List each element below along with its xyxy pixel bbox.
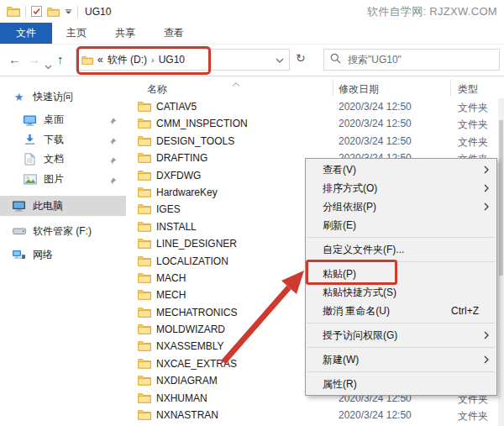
scrollbar-thumb[interactable] xyxy=(499,120,503,276)
file-name: NXHUMAN xyxy=(156,392,207,404)
file-type: 文件夹 xyxy=(458,118,488,132)
qat-new-folder-icon[interactable] xyxy=(47,7,60,17)
qat-properties-check-icon[interactable] xyxy=(31,6,42,17)
file-name: LINE_DESIGNER xyxy=(156,238,237,250)
menu-item[interactable]: 分组依据(P) xyxy=(306,197,496,216)
sidebar-item[interactable]: 桌面 xyxy=(0,110,126,130)
navigation-bar: ← → ↑ « 软件 (D:) › UG10 ↻ xyxy=(0,45,504,76)
menu-item[interactable]: 新建(W) xyxy=(306,350,496,369)
folder-icon xyxy=(138,289,151,302)
file-name: MOLDWIZARD xyxy=(156,323,225,335)
qat-customize-chevron-icon[interactable] xyxy=(65,9,72,14)
sidebar-item[interactable]: ★快速访问 xyxy=(0,87,126,107)
file-name: CATIAV5 xyxy=(156,101,197,113)
table-row[interactable]: DESIGN_TOOLS2020/3/24 12:50文件夹 xyxy=(126,133,504,150)
address-bar[interactable]: « 软件 (D:) › UG10 xyxy=(76,49,290,71)
column-header-name[interactable]: 名称 xyxy=(147,82,167,97)
file-date: 2020/3/24 12:50 xyxy=(339,135,412,147)
sidebar-item-label: 图片 xyxy=(44,172,64,187)
menu-item[interactable]: 排序方式(O) xyxy=(306,179,496,197)
sidebar-item-label: 文档 xyxy=(44,152,64,166)
sidebar-item[interactable]: 软件管家 (F:) xyxy=(0,221,126,241)
refresh-button[interactable]: ↻ xyxy=(296,51,306,65)
menu-item-paste[interactable]: 粘贴(P) xyxy=(306,265,496,283)
menu-item[interactable]: 查看(V) xyxy=(306,160,496,179)
file-name: INSTALL xyxy=(156,221,197,233)
tab-file[interactable]: 文件 xyxy=(0,23,52,44)
pictures-icon xyxy=(23,174,37,185)
tab-home[interactable]: 主页 xyxy=(52,23,101,44)
menu-item-label: 属性(R) xyxy=(323,377,357,392)
file-date: 2020/3/24 12:50 xyxy=(339,118,412,129)
folder-icon xyxy=(138,340,151,354)
folder-icon xyxy=(138,221,151,234)
file-name: CMM_INSPECTION xyxy=(156,118,248,129)
search-box[interactable] xyxy=(323,49,500,71)
menu-item-label: 粘贴快捷方式(S) xyxy=(323,286,396,300)
downloads-icon xyxy=(23,134,37,146)
column-header-type[interactable]: 类型 xyxy=(458,82,478,97)
file-type: 文件夹 xyxy=(458,101,488,115)
file-name: MECH xyxy=(156,289,186,301)
column-divider[interactable] xyxy=(333,80,333,96)
tab-view[interactable]: 查看 xyxy=(150,23,198,44)
submenu-arrow-icon xyxy=(484,202,489,211)
folder-icon xyxy=(138,392,151,406)
file-name: MACH xyxy=(156,272,186,284)
table-row[interactable]: NXNASTRAN2020/3/24 12:50文件夹 xyxy=(126,407,504,423)
back-button[interactable]: ← xyxy=(8,51,21,68)
sidebar-item[interactable]: 网络 xyxy=(0,245,126,265)
tab-share[interactable]: 共享 xyxy=(101,23,150,44)
ribbon-tabs: 文件 主页共享查看 xyxy=(0,23,504,45)
up-button[interactable]: ↑ xyxy=(57,51,64,68)
breadcrumb-folder[interactable]: UG10 xyxy=(159,54,185,66)
breadcrumb-drive[interactable]: 软件 (D:) xyxy=(108,53,147,67)
sidebar-item[interactable]: 图片 xyxy=(0,170,126,190)
menu-item[interactable]: 粘贴快捷方式(S) xyxy=(306,283,496,302)
address-dropdown-icon[interactable] xyxy=(276,54,284,66)
column-header-date[interactable]: 修改日期 xyxy=(339,82,379,97)
menu-item[interactable]: 授予访问权限(G) xyxy=(306,326,496,344)
folder-icon xyxy=(138,203,151,217)
file-name: LOCALIZATION xyxy=(156,255,228,267)
sidebar-item-label: 桌面 xyxy=(44,113,64,127)
menu-item[interactable]: 撤消 重命名(U)Ctrl+Z xyxy=(306,302,496,320)
column-divider[interactable] xyxy=(450,80,451,96)
search-input[interactable] xyxy=(346,53,493,66)
file-name: NXDIAGRAM xyxy=(156,375,218,387)
forward-button[interactable]: → xyxy=(28,51,40,68)
folder-icon xyxy=(138,152,151,166)
menu-item[interactable]: 自定义文件夹(F)... xyxy=(306,240,496,259)
submenu-arrow-icon xyxy=(484,184,489,192)
menu-item[interactable]: 刷新(E) xyxy=(306,216,496,234)
table-row[interactable]: CATIAV52020/3/24 12:50文件夹 xyxy=(126,98,504,115)
sidebar-item[interactable]: 文档 xyxy=(0,150,126,170)
vertical-scrollbar[interactable] xyxy=(498,98,504,426)
menu-item[interactable]: 属性(R) xyxy=(306,375,496,393)
drive-icon xyxy=(12,227,26,235)
file-name: NXNASTRAN xyxy=(156,409,218,421)
file-name: HardwareKey xyxy=(156,187,218,198)
watermark-text: 软件自学网: RJZXW.COM xyxy=(367,4,497,19)
file-name: NXASSEMBLY xyxy=(156,340,223,352)
folder-icon xyxy=(138,101,151,114)
sidebar-item-label: 快速访问 xyxy=(33,90,73,104)
folder-icon xyxy=(138,323,151,337)
pin-icon xyxy=(109,155,117,167)
search-icon xyxy=(330,53,341,66)
table-row[interactable]: CMM_INSPECTION2020/3/24 12:50文件夹 xyxy=(126,115,504,132)
pin-icon xyxy=(109,136,117,148)
desktop-icon xyxy=(23,114,37,126)
sidebar-item[interactable]: 下载 xyxy=(0,130,126,150)
menu-item-label: 授予访问权限(G) xyxy=(323,329,397,343)
menu-item-label: 刷新(E) xyxy=(323,218,356,233)
tab-strip: 主页共享查看 xyxy=(52,23,198,44)
folder-icon xyxy=(138,118,151,131)
sidebar-item-label: 此电脑 xyxy=(33,199,63,213)
file-name: DRAFTING xyxy=(156,152,207,164)
file-name: MECHATRONICS xyxy=(156,307,237,318)
history-chevron-icon[interactable] xyxy=(45,57,52,74)
sidebar-item[interactable]: 此电脑 xyxy=(0,196,126,216)
breadcrumb-collapse[interactable]: « xyxy=(97,54,103,66)
titlebar-separator xyxy=(77,6,78,18)
